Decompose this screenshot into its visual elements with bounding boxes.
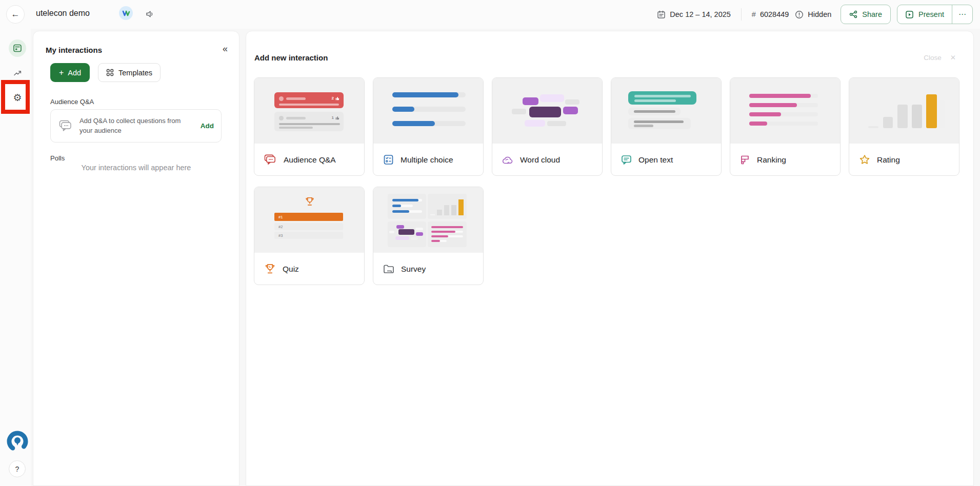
survey-illustration: [373, 187, 483, 253]
main-heading: Add new interaction: [254, 53, 328, 62]
present-label: Present: [918, 10, 944, 18]
qa-vote-count: 2: [332, 96, 334, 100]
icon-rail: ⚙ ?: [0, 29, 31, 486]
trending-up-icon: [13, 69, 22, 77]
visibility-text: Hidden: [808, 10, 831, 18]
card-label: Open text: [638, 155, 673, 165]
logo-glyph: [122, 10, 130, 17]
rating-star-icon: [859, 154, 870, 165]
multiple-choice-illustration: [373, 78, 483, 144]
interaction-card-rating[interactable]: Rating: [849, 77, 959, 176]
interaction-card-survey[interactable]: Survey: [373, 187, 484, 285]
interaction-card-multiple-choice[interactable]: Multiple choice: [373, 77, 484, 176]
add-interaction-panel: Add new interaction Close ✕ 2: [246, 31, 974, 486]
ranking-icon: [740, 155, 750, 165]
visibility-status[interactable]: Hidden: [795, 10, 831, 19]
card-label: Quiz: [283, 265, 299, 274]
ranking-illustration: [730, 78, 840, 144]
audience-qa-icon: [264, 154, 277, 166]
open-text-icon: [621, 155, 632, 165]
back-arrow-icon: ←: [11, 9, 20, 19]
card-label: Survey: [401, 265, 426, 274]
close-panel-control[interactable]: Close ✕: [924, 53, 956, 62]
gear-icon: ⚙: [13, 92, 22, 104]
voting-code[interactable]: # 6028449: [752, 10, 789, 18]
voice-narration-icon[interactable]: [145, 9, 155, 21]
qa-vote-count: 1: [332, 115, 334, 120]
templates-grid-icon: [106, 69, 114, 76]
top-bar: ← utelecon demo Dec 12 – 14, 2025 # 6028…: [0, 0, 980, 29]
present-more-button[interactable]: ⋯: [952, 5, 972, 24]
interaction-card-open-text[interactable]: Open text: [611, 77, 722, 176]
qa-prompt-text: Add Q&A to collect questions from your a…: [79, 116, 194, 136]
interaction-card-quiz[interactable]: #1 #2 #3 Quiz: [254, 187, 365, 285]
workspace-badge-icon[interactable]: [119, 6, 133, 20]
sidebar-item-results[interactable]: [9, 64, 26, 82]
presentation-title: utelecon demo: [36, 9, 90, 18]
panel-heading: My interactions: [46, 46, 102, 54]
open-text-illustration: [611, 78, 721, 144]
my-interactions-panel: My interactions « + Add Templates Audien…: [33, 31, 239, 486]
card-label: Ranking: [757, 155, 786, 165]
voting-code-text: 6028449: [760, 10, 789, 18]
trophy-glyph: [305, 196, 315, 207]
close-label: Close: [924, 54, 942, 62]
card-label: Rating: [877, 155, 900, 165]
help-icon: ?: [15, 465, 19, 473]
survey-folder-icon: [383, 264, 394, 274]
hash-icon: #: [752, 10, 756, 18]
share-icon: [849, 10, 857, 18]
audience-qa-illustration: 2 1: [254, 78, 364, 144]
ellipsis-icon: ⋯: [958, 10, 966, 19]
interaction-card-ranking[interactable]: Ranking: [730, 77, 841, 176]
app-root: ← utelecon demo Dec 12 – 14, 2025 # 6028…: [0, 0, 980, 486]
add-interaction-button[interactable]: + Add: [50, 63, 90, 82]
present-play-icon: [905, 10, 914, 19]
card-label: Multiple choice: [401, 155, 453, 165]
utelecon-logo-icon: [6, 430, 29, 453]
templates-button-label: Templates: [118, 69, 152, 77]
share-label: Share: [862, 10, 882, 18]
calendar-icon: [657, 10, 666, 19]
quiz-rank-label: #2: [278, 225, 283, 229]
slides-icon: [13, 44, 22, 53]
quiz-trophy-icon: [264, 263, 276, 275]
rating-illustration: [849, 78, 959, 144]
polls-section-label: Polls: [50, 154, 65, 162]
collapse-panel-icon[interactable]: «: [223, 44, 228, 54]
card-label: Word cloud: [520, 155, 560, 165]
interaction-card-audience-qa[interactable]: 2 1: [254, 77, 365, 176]
quiz-illustration: #1 #2 #3: [254, 187, 364, 253]
card-label: Audience Q&A: [284, 155, 336, 165]
date-range-text: Dec 12 – 14, 2025: [670, 10, 731, 18]
divider: [741, 8, 742, 21]
qa-add-link[interactable]: Add: [201, 122, 214, 130]
date-range[interactable]: Dec 12 – 14, 2025: [657, 10, 731, 19]
help-button[interactable]: ?: [9, 460, 26, 477]
present-button[interactable]: Present: [897, 5, 952, 24]
sidebar-item-interactions[interactable]: [9, 39, 26, 57]
thumb-up-icon: [335, 96, 339, 100]
word-cloud-icon: [502, 155, 513, 165]
add-button-label: Add: [68, 69, 81, 77]
quiz-rank-label: #1: [278, 215, 283, 219]
empty-state-text: Your interactions will appear here: [33, 164, 239, 172]
multiple-choice-icon: [383, 154, 394, 165]
qa-section-label: Audience Q&A: [50, 98, 94, 106]
plus-icon: +: [59, 68, 64, 77]
close-icon: ✕: [950, 53, 956, 62]
top-bar-right: Dec 12 – 14, 2025 # 6028449 Hidden Share: [657, 0, 973, 29]
thumb-up-icon: [335, 116, 339, 120]
chat-bubbles-icon: [59, 120, 73, 132]
templates-button[interactable]: Templates: [98, 63, 161, 82]
share-button[interactable]: Share: [841, 5, 891, 24]
present-split-button: Present ⋯: [897, 5, 973, 24]
back-button[interactable]: ←: [6, 5, 25, 24]
word-cloud-illustration: [492, 78, 602, 144]
qa-prompt-card: Add Q&A to collect questions from your a…: [50, 109, 222, 143]
sidebar-item-settings[interactable]: ⚙: [9, 89, 26, 106]
alert-circle-icon: [795, 10, 804, 19]
interaction-card-word-cloud[interactable]: Word cloud: [492, 77, 603, 176]
utelecon-logo[interactable]: [6, 430, 29, 453]
quiz-rank-label: #3: [278, 233, 283, 238]
